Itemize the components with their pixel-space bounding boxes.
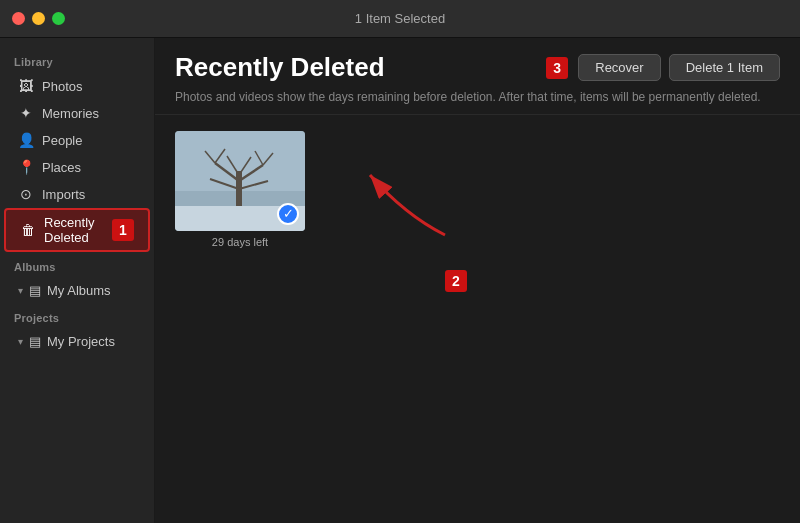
list-item[interactable]: ✓ 29 days left [175, 131, 305, 248]
arrow-down-icon: ▾ [18, 285, 23, 296]
selection-check: ✓ [277, 203, 299, 225]
annotation-2: 2 [445, 270, 467, 292]
annotation-3: 3 [546, 57, 568, 79]
imports-icon: ⊙ [18, 186, 34, 202]
sidebar-item-my-albums[interactable]: ▾ ▤ My Albums [4, 278, 150, 303]
days-left-label: 29 days left [175, 236, 305, 248]
photo-grid: ✓ 29 days left 2 [155, 115, 800, 523]
arrow-down-icon-2: ▾ [18, 336, 23, 347]
main-layout: Library 🖼 Photos ✦ Memories 👤 People 📍 P… [0, 38, 800, 523]
titlebar-title: 1 Item Selected [355, 11, 445, 26]
trash-icon: 🗑 [20, 222, 36, 238]
sidebar-item-places[interactable]: 📍 Places [4, 154, 150, 180]
maximize-button[interactable] [52, 12, 65, 25]
arrow-annotation [325, 135, 475, 255]
photos-icon: 🖼 [18, 78, 34, 94]
memories-icon: ✦ [18, 105, 34, 121]
sidebar: Library 🖼 Photos ✦ Memories 👤 People 📍 P… [0, 38, 155, 523]
sidebar-item-people[interactable]: 👤 People [4, 127, 150, 153]
sidebar-item-people-label: People [42, 133, 82, 148]
projects-icon: ▤ [29, 334, 41, 349]
album-icon: ▤ [29, 283, 41, 298]
delete-button[interactable]: Delete 1 Item [669, 54, 780, 81]
sidebar-item-recently-deleted[interactable]: 🗑 Recently Deleted 1 [4, 208, 150, 252]
sidebar-item-my-projects-label: My Projects [47, 334, 115, 349]
sidebar-item-photos[interactable]: 🖼 Photos [4, 73, 150, 99]
sidebar-item-memories-label: Memories [42, 106, 99, 121]
sidebar-item-imports-label: Imports [42, 187, 85, 202]
sidebar-item-memories[interactable]: ✦ Memories [4, 100, 150, 126]
titlebar: 1 Item Selected [0, 0, 800, 38]
sidebar-item-my-albums-label: My Albums [47, 283, 111, 298]
projects-section-label: Projects [0, 304, 154, 328]
sidebar-item-places-label: Places [42, 160, 81, 175]
sidebar-item-recently-deleted-label: Recently Deleted [44, 215, 100, 245]
sidebar-item-my-projects[interactable]: ▾ ▤ My Projects [4, 329, 150, 354]
recover-button[interactable]: Recover [578, 54, 660, 81]
annotation-1: 1 [112, 219, 134, 241]
page-title: Recently Deleted [175, 52, 385, 83]
content-subtitle: Photos and videos show the days remainin… [175, 89, 780, 106]
albums-section-label: Albums [0, 253, 154, 277]
library-section-label: Library [0, 48, 154, 72]
person-icon: 👤 [18, 132, 34, 148]
places-icon: 📍 [18, 159, 34, 175]
photo-thumbnail: ✓ [175, 131, 305, 231]
sidebar-item-photos-label: Photos [42, 79, 82, 94]
sidebar-item-imports[interactable]: ⊙ Imports [4, 181, 150, 207]
minimize-button[interactable] [32, 12, 45, 25]
close-button[interactable] [12, 12, 25, 25]
titlebar-buttons [12, 12, 65, 25]
content-header: Recently Deleted 3 Recover Delete 1 Item… [155, 38, 800, 115]
content-area: Recently Deleted 3 Recover Delete 1 Item… [155, 38, 800, 523]
header-buttons: 3 Recover Delete 1 Item [546, 54, 780, 81]
content-header-top: Recently Deleted 3 Recover Delete 1 Item [175, 52, 780, 83]
